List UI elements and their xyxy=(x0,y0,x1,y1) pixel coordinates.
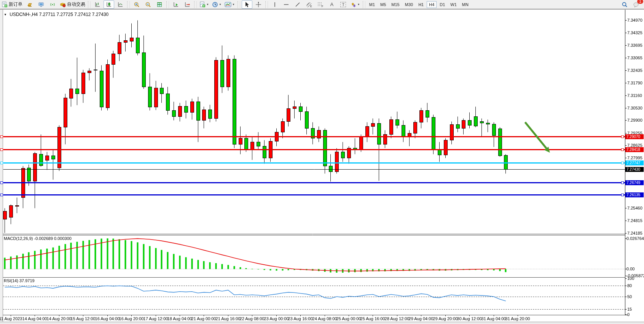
indicators-button[interactable]: ▼ xyxy=(198,0,210,9)
autotrading-button[interactable]: 自动交易 xyxy=(59,0,86,9)
timeframe-tab-D1[interactable]: D1 xyxy=(437,1,447,8)
line-handle[interactable] xyxy=(621,181,624,184)
rsi-axis-label: 0 xyxy=(627,312,630,317)
toolbar-separator xyxy=(88,1,91,8)
timeframe-group: M1M5M15M30H1H4D1W1MN xyxy=(367,1,471,8)
line-handle[interactable] xyxy=(0,181,3,184)
tile-windows-button[interactable] xyxy=(154,0,165,9)
toolbar-separator xyxy=(363,1,365,8)
timeframe-tab-M1[interactable]: M1 xyxy=(367,1,377,8)
autotrading-icon xyxy=(60,2,66,8)
time-axis-label: 21 Aug 00:00 xyxy=(191,316,216,321)
text-button[interactable]: A xyxy=(327,0,337,9)
chart-shift-button[interactable] xyxy=(182,0,193,9)
clock-icon xyxy=(212,2,218,8)
line-handle[interactable] xyxy=(0,148,3,151)
price-axis-label: 7.32435 xyxy=(627,68,642,73)
signals-button[interactable] xyxy=(47,0,58,9)
text-label-button[interactable]: T xyxy=(338,0,349,9)
candlestick-button[interactable] xyxy=(104,0,114,9)
timeframe-tab-M15[interactable]: M15 xyxy=(389,1,402,8)
candlestick-icon xyxy=(106,2,112,8)
crosshair-icon xyxy=(255,2,261,8)
chat-button[interactable]: 1 xyxy=(631,0,641,9)
line-handle[interactable] xyxy=(621,194,624,196)
time-axis-label: 29 Aug 20:00 xyxy=(433,316,458,321)
search-button[interactable] xyxy=(619,0,630,9)
fibonacci-button[interactable]: F xyxy=(315,0,326,9)
price-axis-label: 7.29900 xyxy=(627,118,642,122)
line-handle[interactable] xyxy=(621,162,624,164)
line-handle[interactable] xyxy=(0,162,3,164)
macd-axis-label: 0.00 xyxy=(626,267,634,271)
time-axis-label: 14 Aug 20:00 xyxy=(47,316,72,321)
price-axis-label: 7.25460 xyxy=(627,206,642,210)
line-handle[interactable] xyxy=(621,135,624,138)
chevron-down-icon: ▼ xyxy=(4,13,7,16)
time-axis-label: 23 Aug 00:00 xyxy=(264,316,289,321)
timeframe-tab-M30[interactable]: M30 xyxy=(403,1,415,8)
horizontal-line-button[interactable] xyxy=(281,0,292,9)
svg-text:E: E xyxy=(310,5,312,8)
zoom-in-button[interactable] xyxy=(131,0,142,9)
auto-scroll-button[interactable] xyxy=(171,0,181,9)
toolbar-separator xyxy=(166,1,169,8)
vertical-line-button[interactable] xyxy=(269,0,280,9)
templates-button[interactable]: ▼ xyxy=(223,0,236,9)
time-axis-label: 14 Aug 04:00 xyxy=(22,316,47,321)
price-axis-label: 7.34970 xyxy=(627,18,642,22)
crosshair-button[interactable] xyxy=(253,0,264,9)
current-price-badge[interactable]: 7.27430 xyxy=(625,167,644,172)
cursor-button[interactable] xyxy=(242,0,252,9)
gold-block-button[interactable] xyxy=(24,0,35,9)
chevron-down-icon: ▼ xyxy=(206,3,209,6)
price-axis-label: 7.33695 xyxy=(627,43,642,48)
timeframe-tab-H4[interactable]: H4 xyxy=(427,1,437,8)
time-axis-label: 18 Aug 04:00 xyxy=(167,316,192,321)
terminal-button[interactable] xyxy=(36,0,46,9)
arrows-button[interactable]: ▼ xyxy=(349,0,361,9)
price-line-badge[interactable]: 7.28418 xyxy=(625,147,644,152)
price-line-badge[interactable]: 7.29070 xyxy=(625,134,644,139)
time-axis-label: 22 Aug 08:00 xyxy=(240,316,265,321)
trendline-icon xyxy=(295,2,301,8)
chart-quotes: 7.27711 7.27725 7.27412 7.27430 xyxy=(39,12,109,17)
window-bottom-edge xyxy=(0,322,644,324)
chart-window: ▼ USDCNH-,H4 7.27711 7.27725 7.27412 7.2… xyxy=(0,9,644,322)
line-handle[interactable] xyxy=(0,135,3,138)
chevron-down-icon: ▼ xyxy=(357,3,360,6)
new-order-button[interactable]: 新订单 xyxy=(0,0,24,9)
price-line-badge[interactable]: 7.26135 xyxy=(625,192,644,197)
line-handle[interactable] xyxy=(621,148,624,151)
time-axis-label: 24 Aug 08:00 xyxy=(312,316,337,321)
line-handle[interactable] xyxy=(0,194,3,196)
trendline-button[interactable] xyxy=(292,0,303,9)
toolbar-separator xyxy=(238,1,240,8)
price-line-badge[interactable]: 7.27747 xyxy=(625,160,644,165)
price-axis-label: 7.30530 xyxy=(627,106,642,110)
periods-button[interactable]: ▼ xyxy=(211,0,223,9)
price-axis-label: 7.33065 xyxy=(627,56,642,60)
time-axis-label: 28 Aug 12:00 xyxy=(385,316,410,321)
time-axis-label: 11 Aug 2023 xyxy=(0,316,22,321)
price-axis-label: 7.24815 xyxy=(627,218,642,223)
price-line-badge[interactable]: 7.26749 xyxy=(625,180,644,185)
time-axis-label: 21 Aug 16:00 xyxy=(216,316,241,321)
time-axis-label: 16 Aug 20:00 xyxy=(119,316,144,321)
timeframe-tab-M5[interactable]: M5 xyxy=(378,1,388,8)
timeframe-tab-W1[interactable]: W1 xyxy=(448,1,459,8)
bar-chart-button[interactable] xyxy=(92,0,103,9)
indicators-icon xyxy=(199,2,206,8)
timeframe-tab-H1[interactable]: H1 xyxy=(416,1,426,8)
zoom-in-icon xyxy=(134,2,140,8)
zoom-out-button[interactable] xyxy=(143,0,153,9)
price-chart-canvas[interactable] xyxy=(0,10,644,322)
time-axis-label: 16 Aug 04:00 xyxy=(95,316,120,321)
document-plus-icon xyxy=(2,2,8,8)
equidistant-channel-button[interactable]: E xyxy=(304,0,314,9)
autotrading-label: 自动交易 xyxy=(67,1,85,8)
template-icon xyxy=(225,2,231,8)
search-icon xyxy=(622,2,628,8)
timeframe-tab-MN[interactable]: MN xyxy=(460,1,471,8)
line-chart-button[interactable] xyxy=(115,0,126,9)
